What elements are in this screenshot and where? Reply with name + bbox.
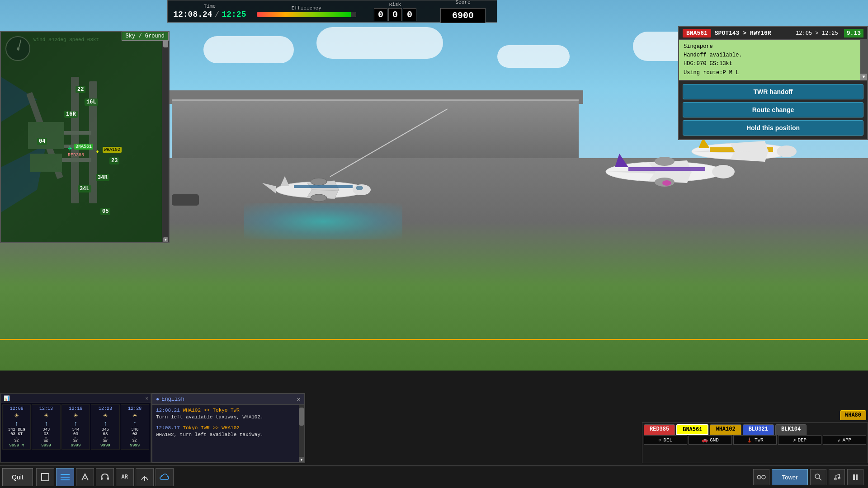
wc-wind-0: ↑: [4, 420, 29, 427]
gnd-label: GND: [710, 437, 719, 443]
score-section: Score 6900: [436, 0, 490, 23]
route-change-button[interactable]: Route change: [683, 102, 863, 117]
map-aircraft-bna561-icon[interactable]: ✈: [68, 144, 72, 153]
wc-time-4: 12:28: [123, 406, 147, 411]
comm-scrollbar[interactable]: ▼: [299, 405, 304, 462]
wc-deg-0: 342 DEG: [4, 427, 29, 432]
status-del[interactable]: ✈ DEL: [644, 435, 687, 445]
cloud: [316, 27, 443, 59]
wc-sun-1: ☀: [33, 411, 58, 420]
wc-speed-0: 03 KT: [4, 432, 29, 436]
toolbar-btn-headset[interactable]: [96, 468, 114, 486]
weather-panel: 📊 ✕ 12:08 ☀ ↑ 342 DEG 03 KT 🛣 9999 M 12:…: [0, 393, 151, 463]
comm-language: English: [161, 396, 184, 403]
wc-road-4: 🛣: [123, 436, 147, 443]
weather-header: 📊 ✕: [1, 394, 151, 403]
comm-scroll-down[interactable]: ▼: [299, 457, 304, 462]
ground-vehicle: [172, 194, 199, 206]
efficiency-label: Efficiency: [292, 5, 321, 11]
wc-sun-3: ☀: [93, 411, 118, 420]
toolbar-btn-square[interactable]: [36, 468, 54, 486]
svg-point-7: [311, 178, 327, 185]
weather-cell-4: 12:28 ☀ ↑ 346 03 🛣 9999: [121, 404, 149, 450]
terminal-building: [172, 99, 579, 163]
aircraft-tab-row: WHA80 RED385 BNA561 WHA102 BLU321 BLK104: [642, 423, 868, 435]
map-aircraft-red385-label[interactable]: RED385: [68, 153, 84, 158]
aircraft-tabs-panel: WHA80 RED385 BNA561 WHA102 BLU321 BLK104…: [642, 422, 868, 463]
svg-point-1: [353, 184, 371, 195]
comm-text-2: WHA102, turn left available taxiway.: [156, 432, 264, 437]
binoculars-button[interactable]: [753, 469, 769, 485]
airport-name: Singapore: [684, 42, 863, 51]
toolbar-right: Tower: [753, 469, 863, 485]
wc-time-2: 12:18: [63, 406, 88, 411]
del-plane-icon: ✈: [659, 437, 662, 443]
svg-point-8: [356, 186, 363, 190]
twr-handoff-button[interactable]: TWR handoff: [683, 84, 863, 99]
toolbar-btn-route[interactable]: [76, 468, 94, 486]
comm-entry-2: 12:08.17 Tokyo TWR >> WHA102 WHA102, tur…: [156, 425, 301, 439]
runway-label-16L: 16L: [85, 99, 98, 106]
aircraft-panel-scroll-down[interactable]: ▼: [860, 74, 867, 80]
hold-position-button[interactable]: Hold this position: [683, 120, 863, 136]
search-button[interactable]: [810, 469, 826, 485]
status-gnd[interactable]: 🚗 GND: [689, 435, 732, 445]
efficiency-section: Efficiency: [259, 5, 354, 17]
runway-label-22: 22: [75, 86, 85, 93]
runway-label-04: 04: [37, 138, 47, 145]
cloud: [203, 36, 294, 63]
aircraft-panel-scroll[interactable]: ▼: [860, 40, 867, 80]
wc-sun-2: ☀: [63, 411, 88, 420]
quit-button[interactable]: Quit: [2, 468, 33, 486]
tab-bna561[interactable]: BNA561: [676, 424, 708, 435]
svg-rect-37: [30, 154, 62, 172]
del-label: DEL: [663, 437, 672, 443]
svg-rect-35: [62, 158, 91, 162]
tab-red385[interactable]: RED385: [644, 424, 675, 435]
tab-blu321[interactable]: BLU321: [743, 424, 774, 435]
status-dep[interactable]: ↗ DEP: [778, 435, 821, 445]
map-scroll-down[interactable]: ▼: [163, 237, 168, 242]
toolbar-btn-antenna[interactable]: [136, 468, 154, 486]
toolbar-btn-ar[interactable]: AR: [116, 468, 134, 486]
wc-vis-0: 9999 M: [4, 443, 29, 448]
tab-blk104[interactable]: BLK104: [775, 424, 807, 435]
comm-text-1: Turn left available taxiway, WHA102.: [156, 414, 264, 420]
time-display: 12:08.24 / 12:25: [173, 10, 246, 19]
pause-button[interactable]: [847, 469, 863, 485]
wc-speed-3: 03: [93, 432, 118, 436]
tab-wha80[interactable]: WHA80: [840, 410, 866, 420]
comm-time-1: 12:08.21: [156, 408, 180, 413]
svg-rect-54: [856, 474, 858, 480]
map-scrollbar[interactable]: ▲ ▼: [162, 32, 169, 242]
time-target: 12:25: [222, 10, 246, 19]
tab-wha102[interactable]: WHA102: [710, 424, 741, 435]
svg-marker-2: [262, 183, 276, 193]
weather-cell-2: 12:18 ☀ ↑ 344 03 🛣 9999: [61, 404, 90, 450]
map-aircraft-wha102-icon[interactable]: ✈: [96, 148, 99, 155]
risk-digits: 0 0 0: [374, 8, 416, 21]
toolbar-btn-lines[interactable]: [56, 468, 74, 486]
weather-close-button[interactable]: ✕: [145, 395, 148, 401]
wc-speed-4: 03: [123, 432, 147, 436]
tower-view-button[interactable]: Tower: [772, 469, 808, 485]
svg-marker-13: [615, 154, 628, 167]
status-app[interactable]: ↙ APP: [823, 435, 866, 445]
comm-scroll-thumb[interactable]: [299, 408, 304, 426]
map-aircraft-bna561-label[interactable]: BNA561: [74, 144, 93, 150]
efficiency-bar-container: [257, 12, 356, 17]
wc-deg-1: 343: [33, 427, 58, 432]
risk-section: Risk 0 0 0: [368, 2, 422, 21]
map-aircraft-wha102-label[interactable]: WHA102: [103, 147, 122, 153]
map-panel[interactable]: Sky / Ground Wind 342deg Speed 03kt: [0, 31, 170, 243]
status-twr[interactable]: 🗼 TWR: [733, 435, 777, 445]
comm-entry-1: 12:08.21 WHA102 >> Tokyo TWR Turn left a…: [156, 407, 301, 421]
music-button[interactable]: [829, 469, 845, 485]
wc-vis-3: 9999: [93, 443, 118, 448]
toolbar-btn-cloud[interactable]: [156, 468, 174, 486]
twr-icon: 🗼: [746, 437, 753, 443]
wc-vis-4: 9999: [123, 443, 147, 448]
map-view-toggle[interactable]: Sky / Ground: [122, 32, 169, 41]
comm-close-button[interactable]: ✕: [297, 395, 301, 403]
aircraft-callsign[interactable]: BNA561: [683, 29, 711, 38]
